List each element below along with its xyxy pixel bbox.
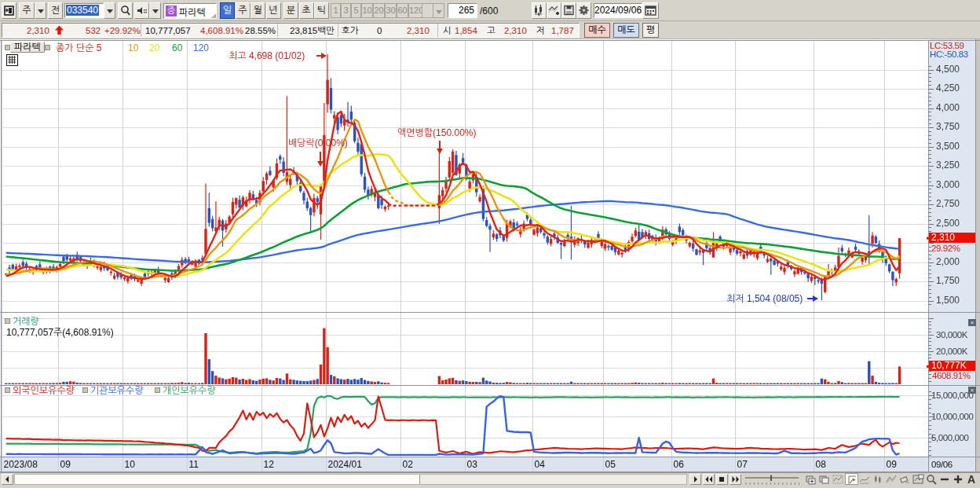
month-label-04: 04 bbox=[535, 460, 545, 469]
date-input[interactable]: 2024/09/06 bbox=[594, 3, 642, 18]
zigzag-icon[interactable] bbox=[885, 473, 898, 486]
save-icon[interactable] bbox=[561, 2, 576, 19]
holdings-tick-10,000,000: 10,000,000 bbox=[931, 413, 974, 421]
month-label-12: 12 bbox=[264, 460, 274, 469]
price-tick-3,500: 3,500 bbox=[936, 142, 960, 151]
high-label: 고 bbox=[487, 26, 495, 35]
divider bbox=[141, 24, 141, 37]
chart-area[interactable]: 파라텍 종가 단순 5 10 20 60 120 최고 4,698 (01/02… bbox=[0, 39, 980, 486]
region-icon[interactable] bbox=[832, 473, 845, 486]
holdings-tick-15,000,000: 15,000,000 bbox=[931, 391, 974, 400]
speaker-dropdown[interactable] bbox=[149, 2, 161, 19]
search-icon[interactable] bbox=[118, 2, 133, 19]
svg-text:A: A bbox=[967, 473, 975, 486]
candle-icon[interactable] bbox=[872, 473, 885, 486]
legend-marker[interactable] bbox=[5, 387, 10, 393]
snapshot-icon[interactable] bbox=[912, 473, 925, 486]
cycle-button-20[interactable]: 20 bbox=[373, 3, 385, 18]
close-volume-panel-icon[interactable]: × bbox=[968, 319, 976, 326]
stock-name-field[interactable]: 증 파라텍 bbox=[163, 3, 217, 19]
month-label-2024/01: 2024/01 bbox=[328, 460, 362, 469]
period-button-분[interactable]: 분 bbox=[283, 2, 298, 19]
price-tick-4,500: 4,500 bbox=[936, 65, 960, 74]
hoga-value: 0 bbox=[377, 26, 382, 35]
buy-button[interactable]: 매수 bbox=[584, 23, 610, 38]
fast-forward-button[interactable] bbox=[730, 474, 741, 485]
turnover-pct: 28.55% bbox=[245, 26, 276, 35]
close-holdings-panel-icon[interactable]: × bbox=[968, 387, 976, 394]
annotation-merge: 액면병합(150.00%) bbox=[397, 128, 477, 138]
price-tick-1,750: 1,750 bbox=[936, 277, 960, 285]
period-button-초[interactable]: 초 bbox=[299, 2, 314, 19]
avg-button[interactable]: 평 bbox=[642, 23, 659, 38]
volume-legend-title: 거래량 bbox=[13, 317, 39, 326]
window-select-button[interactable] bbox=[2, 2, 16, 19]
price-tick-3,250: 3,250 bbox=[936, 161, 960, 170]
cycle-button-30[interactable]: 30 bbox=[385, 3, 397, 18]
scroll-left-button[interactable] bbox=[2, 474, 13, 485]
add-indicator-icon[interactable] bbox=[547, 2, 561, 19]
legend-marker[interactable] bbox=[45, 45, 50, 50]
period-button-년[interactable]: 년 bbox=[266, 2, 281, 19]
settings-gear-icon[interactable] bbox=[576, 2, 591, 19]
cycle-button-60[interactable]: 60 bbox=[397, 3, 408, 18]
last-date-label: 09/06 bbox=[931, 460, 953, 469]
price-tick-3,750: 3,750 bbox=[936, 123, 960, 131]
divider bbox=[437, 24, 438, 37]
scrollbar-track[interactable] bbox=[14, 474, 687, 485]
prev-button[interactable]: 전 bbox=[48, 2, 63, 19]
zoom-icon[interactable] bbox=[925, 473, 938, 486]
cycle-button-5[interactable]: 5 bbox=[351, 3, 361, 18]
volume-rate: 4,608.91% bbox=[200, 26, 243, 35]
legend-marker[interactable] bbox=[82, 387, 88, 393]
cycle-combo-dropdown[interactable] bbox=[433, 3, 444, 18]
rewind-button[interactable] bbox=[703, 474, 715, 485]
cursor-icon[interactable] bbox=[845, 473, 858, 485]
chart-canvas[interactable] bbox=[0, 39, 980, 486]
cycle-button-3[interactable]: 3 bbox=[341, 3, 351, 18]
data-table-icon[interactable] bbox=[6, 54, 18, 66]
price-tick-1,500: 1,500 bbox=[936, 296, 960, 305]
cycle-button-10[interactable]: 10 bbox=[361, 3, 373, 18]
speed-slider[interactable] bbox=[744, 475, 799, 485]
chart-type-dropdown[interactable] bbox=[35, 2, 46, 19]
legend-marker[interactable] bbox=[155, 387, 160, 393]
chart-type-combo[interactable]: 주 bbox=[19, 2, 35, 19]
calendar-icon[interactable] bbox=[642, 2, 659, 19]
zoom-in-icon[interactable] bbox=[952, 473, 965, 486]
open-price: 1,854 bbox=[455, 26, 477, 35]
sell-button[interactable]: 매도 bbox=[613, 23, 639, 38]
annotation-exdividend: 배당락(0.00%) bbox=[288, 138, 348, 148]
trend-icon[interactable] bbox=[858, 473, 872, 486]
ma-legend-60: 60 bbox=[172, 43, 182, 53]
speaker-icon[interactable] bbox=[134, 2, 149, 19]
stock-code-input[interactable]: 033540 bbox=[64, 3, 104, 18]
cycle-button-120[interactable]: 120 bbox=[408, 3, 422, 18]
play-button[interactable] bbox=[689, 474, 701, 485]
period-button-일[interactable]: 일 bbox=[220, 2, 235, 19]
period-button-월[interactable]: 월 bbox=[250, 2, 265, 19]
period-button-틱[interactable]: 틱 bbox=[314, 2, 329, 19]
stop-button[interactable] bbox=[716, 474, 728, 485]
current-change-pct: 29.92% bbox=[931, 244, 960, 253]
trade-value: 23,815백만 bbox=[290, 26, 335, 35]
legend-marker[interactable] bbox=[5, 45, 10, 50]
zoom-out-icon[interactable] bbox=[938, 473, 952, 486]
eraser-icon[interactable] bbox=[898, 473, 912, 486]
month-label-09: 09 bbox=[887, 460, 897, 469]
chart-stock-name-box[interactable]: 파라텍 bbox=[10, 42, 45, 53]
layout-icon[interactable] bbox=[805, 473, 818, 486]
divider bbox=[338, 24, 338, 37]
cycle-button-1[interactable]: 1 bbox=[331, 3, 341, 18]
hc-label: HC:-50.83 bbox=[930, 50, 968, 59]
compare-chart-icon[interactable] bbox=[532, 2, 547, 19]
bottom-toolbar: A bbox=[0, 472, 980, 486]
layers-icon[interactable] bbox=[818, 473, 832, 486]
legend-marker[interactable] bbox=[5, 318, 10, 324]
bar-count-input[interactable]: 265 bbox=[448, 3, 477, 18]
stock-code-dropdown[interactable] bbox=[104, 2, 115, 19]
scrollbar-thumb[interactable] bbox=[15, 475, 420, 484]
current-volume-pct: 4608.91% bbox=[932, 372, 971, 380]
period-button-주[interactable]: 주 bbox=[236, 2, 250, 19]
font-icon[interactable]: A bbox=[965, 473, 978, 486]
